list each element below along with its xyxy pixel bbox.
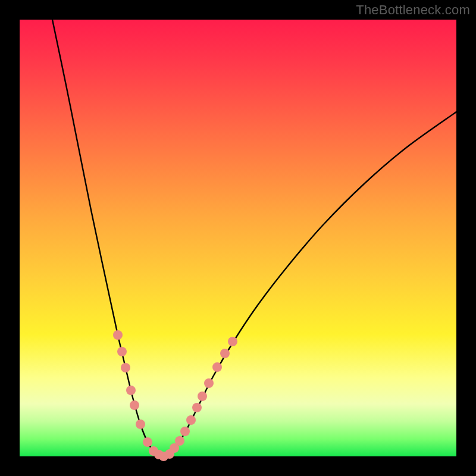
data-dot [143, 437, 152, 447]
data-dot [175, 436, 184, 446]
data-dot [192, 403, 202, 412]
data-dot [180, 427, 190, 436]
data-dot [126, 386, 136, 395]
plot-area [20, 20, 456, 456]
data-dot [186, 415, 196, 425]
data-dot [204, 378, 214, 388]
data-dot [198, 392, 207, 401]
series-left-curve [52, 20, 164, 456]
series-right-curve [164, 112, 456, 456]
data-dot [228, 337, 237, 346]
curve-layer [20, 20, 456, 456]
data-dot [212, 362, 222, 372]
data-dot [130, 400, 139, 410]
watermark-text: TheBottleneck.com [356, 2, 470, 18]
chart-frame: TheBottleneck.com [0, 0, 476, 476]
data-dot [117, 347, 127, 356]
data-dot [220, 349, 230, 358]
data-dot [136, 419, 145, 429]
data-dot [121, 363, 130, 372]
data-dot [113, 330, 123, 340]
